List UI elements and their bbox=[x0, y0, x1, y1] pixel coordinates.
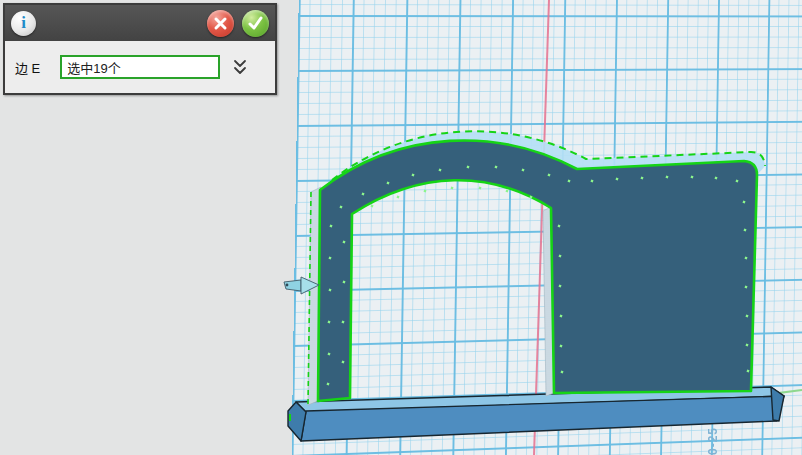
info-icon: i bbox=[11, 11, 36, 36]
cancel-button[interactable] bbox=[207, 10, 234, 37]
vertical-axis-label: 0-25 bbox=[706, 397, 722, 455]
dialog-body: 边 E bbox=[5, 41, 275, 93]
double-chevron-down-icon bbox=[232, 59, 248, 76]
confirm-button[interactable] bbox=[242, 10, 269, 37]
check-icon bbox=[247, 16, 264, 31]
expand-options-button[interactable] bbox=[232, 59, 248, 76]
application-window: 0-25 i 边 E bbox=[0, 0, 802, 455]
dialog-titlebar[interactable]: i bbox=[5, 5, 275, 41]
edge-selection-input[interactable] bbox=[60, 55, 220, 79]
edge-field-label: 边 E bbox=[15, 58, 40, 77]
close-icon bbox=[213, 16, 228, 31]
edge-selection-dialog: i 边 E bbox=[3, 3, 277, 95]
